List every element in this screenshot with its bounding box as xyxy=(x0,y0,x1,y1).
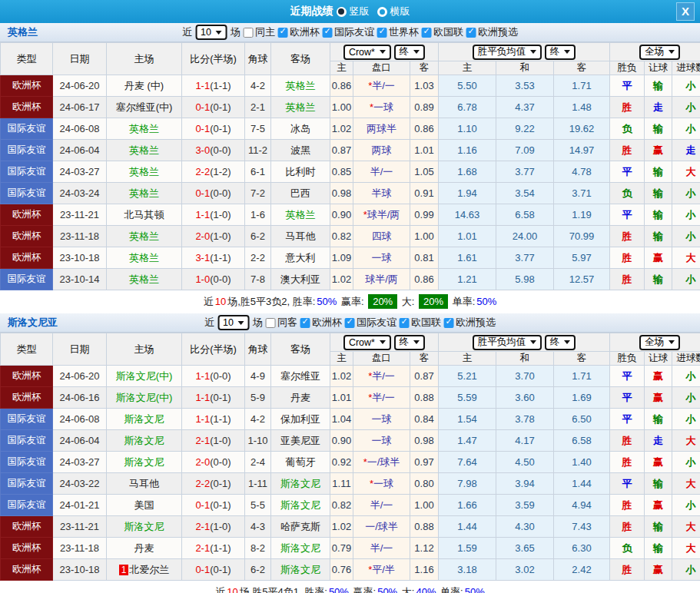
summary-segment: 单率: xyxy=(437,586,463,593)
odds-final-select[interactable]: 终 xyxy=(394,335,426,350)
competition-checkbox-国际友谊[interactable]: 国际友谊 xyxy=(345,316,396,330)
fullmatch-select[interactable]: 全场 xyxy=(639,45,680,60)
checkbox-label: 欧国联 xyxy=(433,25,463,39)
half-score: (1-1) xyxy=(210,80,231,91)
handicap-cell: 一/球半 xyxy=(353,516,410,538)
col-corners: 角球 xyxy=(245,333,271,366)
home-team-cell: 1北爱尔兰 xyxy=(107,559,182,581)
match-row: 国际友谊24-01-21美国0-1(0-1)5-5斯洛文尼0.82半/一1.00… xyxy=(1,495,700,516)
mean-select[interactable]: 胜平负均值 xyxy=(473,335,542,350)
home-team-name: 斯洛文尼 xyxy=(124,456,164,468)
mean-draw-cell: 5.98 xyxy=(496,269,554,290)
same-venue-checkbox[interactable]: 同客 xyxy=(266,316,297,330)
home-team-name: 塞尔维亚(中) xyxy=(116,101,173,113)
section-summary: 近10场,胜5平3负2, 胜率:50% 赢率: 20% 大: 20% 单率:50… xyxy=(0,290,700,313)
checkbox-label: 世界杯 xyxy=(389,25,419,39)
mean-home-cell: 5.59 xyxy=(439,387,496,409)
result-cell: 胜 xyxy=(610,559,645,581)
competition-checkbox-世界杯[interactable]: 世界杯 xyxy=(377,25,419,39)
goals-result-cell: 大 xyxy=(672,430,700,452)
full-score: 0-1 xyxy=(195,123,210,134)
competition-checkbox-欧国联[interactable]: 欧国联 xyxy=(422,25,463,39)
result-cell: 平 xyxy=(610,161,645,183)
date-cell: 24-03-24 xyxy=(53,183,107,204)
col-result: 胜负 xyxy=(610,61,645,75)
mean-home-cell: 7.98 xyxy=(439,473,496,495)
away-team-name: 波黑 xyxy=(290,144,310,156)
mean-draw-cell: 4.37 xyxy=(496,97,554,118)
layout-radio-横版[interactable]: 横版 xyxy=(377,5,410,18)
home-team-cell: 马耳他 xyxy=(107,473,182,495)
company-select[interactable]: Crow* xyxy=(343,45,391,60)
mean-final-select[interactable]: 终 xyxy=(545,45,576,60)
handicap-value: 一/球半 xyxy=(367,456,400,468)
layout-radio-竖版[interactable]: 竖版 xyxy=(337,5,370,18)
home-team-cell: 英格兰 xyxy=(107,140,182,161)
layout-radio-group: 竖版横版 xyxy=(337,5,410,18)
date-cell: 23-10-18 xyxy=(53,247,107,269)
mean-final-select[interactable]: 终 xyxy=(545,335,576,350)
result-cell: 平 xyxy=(610,473,645,495)
away-team-name: 英格兰 xyxy=(286,80,316,91)
away-odds-cell: 0.91 xyxy=(410,183,439,204)
away-odds-cell: 1.00 xyxy=(410,495,439,516)
company-select[interactable]: Crow* xyxy=(343,335,391,350)
close-icon: X xyxy=(682,5,689,18)
mean-home-cell: 1.10 xyxy=(439,118,496,140)
summary-segment: 赢率: xyxy=(350,586,376,593)
odds-final-select[interactable]: 终 xyxy=(394,45,426,60)
handicap-result-cell: 赢 xyxy=(645,559,672,581)
recent-results-window: 近期战绩 竖版横版 X 英格兰 近10场同主欧洲杯国际友谊世界杯欧国联欧洲预选 … xyxy=(0,0,700,593)
fullmatch-select-value: 全场 xyxy=(645,336,664,349)
chevron-down-icon xyxy=(216,31,222,35)
section-slovenia: 斯洛文尼亚 近10场同客欧洲杯国际友谊欧国联欧洲预选 类型 日期 主场 比分(半… xyxy=(0,313,700,593)
fullmatch-select-group: 全场 xyxy=(610,333,700,352)
mean-home-cell: 14.63 xyxy=(439,204,496,226)
home-odds-cell: 1.02 xyxy=(330,516,353,538)
fullmatch-select[interactable]: 全场 xyxy=(639,335,680,350)
handicap-cell: 半/一 xyxy=(353,495,410,516)
away-odds-cell: 0.80 xyxy=(410,473,439,495)
result-cell: 胜 xyxy=(610,247,645,269)
mean-away-cell: 2.42 xyxy=(554,559,610,581)
half-score: (0-0) xyxy=(210,370,231,382)
away-team-cell: 保加利亚 xyxy=(271,409,330,430)
half-score: (0-0) xyxy=(210,144,231,156)
corners-cell: 1-10 xyxy=(245,430,271,452)
handicap-cell: *一/球半 xyxy=(353,452,410,473)
handicap-result-cell: 输 xyxy=(645,516,672,538)
recent-count-select[interactable]: 10 xyxy=(217,315,250,330)
filter-bar: 近10场同主欧洲杯国际友谊世界杯欧国联欧洲预选 xyxy=(182,25,518,40)
corners-cell: 7-5 xyxy=(245,118,271,140)
competition-checkbox-欧洲杯[interactable]: 欧洲杯 xyxy=(300,316,342,330)
away-team-cell: 斯洛文尼 xyxy=(271,538,330,559)
half-score: (1-0) xyxy=(210,435,231,446)
home-team-name: 斯洛文尼 xyxy=(124,521,164,532)
recent-count-select[interactable]: 10 xyxy=(195,25,227,40)
competition-checkbox-国际友谊[interactable]: 国际友谊 xyxy=(323,25,374,39)
handicap-value: 平/半 xyxy=(372,564,395,575)
competition-checkbox-欧洲预选[interactable]: 欧洲预选 xyxy=(466,25,518,39)
competition-checkbox-欧洲预选[interactable]: 欧洲预选 xyxy=(444,316,496,330)
same-venue-checkbox[interactable]: 同主 xyxy=(244,25,275,39)
score-cell: 1-1(0-1) xyxy=(182,387,245,409)
mean-away-cell: 12.57 xyxy=(554,269,610,290)
home-team-name: 斯洛文尼(中) xyxy=(116,392,173,403)
handicap-result-cell: 赢 xyxy=(645,247,672,269)
mean-select[interactable]: 胜平负均值 xyxy=(473,45,542,60)
close-button[interactable]: X xyxy=(676,2,695,21)
corners-cell: 4-2 xyxy=(245,409,271,430)
handicap-result-cell: 输 xyxy=(645,161,672,183)
result-cell: 胜 xyxy=(610,269,645,290)
away-team-cell: 亚美尼亚 xyxy=(271,430,330,452)
competition-checkbox-欧洲杯[interactable]: 欧洲杯 xyxy=(278,25,320,39)
away-team-name: 冰岛 xyxy=(290,123,310,134)
competition-checkbox-欧国联[interactable]: 欧国联 xyxy=(400,316,441,330)
match-row: 国际友谊23-10-14英格兰1-0(0-0)7-8澳大利亚1.02球半/两0.… xyxy=(1,269,700,290)
home-odds-cell: 0.86 xyxy=(330,75,353,97)
score-cell: 3-1(1-1) xyxy=(182,247,245,269)
away-odds-cell: 0.88 xyxy=(410,516,439,538)
away-team-cell: 葡萄牙 xyxy=(271,452,330,473)
full-score: 0-1 xyxy=(195,187,210,199)
handicap-result-cell: 输 xyxy=(645,269,672,290)
